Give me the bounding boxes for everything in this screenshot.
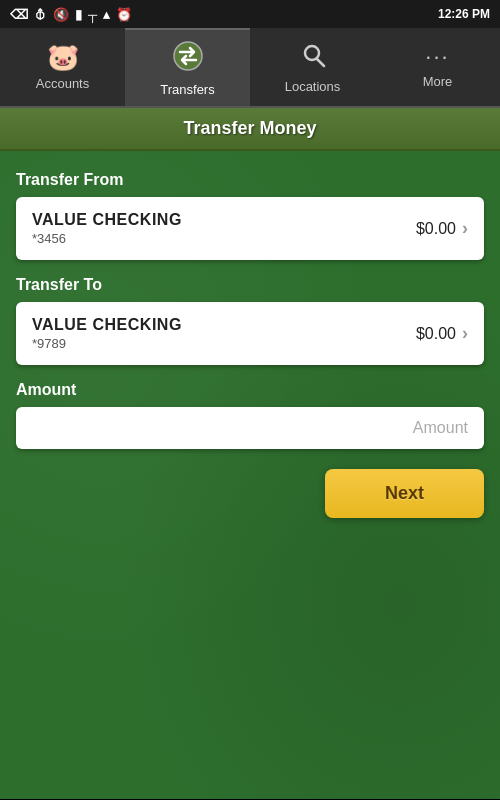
transfer-to-account-number: *9789 <box>32 336 182 351</box>
tab-transfers-label: Transfers <box>160 82 214 97</box>
bluetooth-icon: ⦽ <box>34 7 47 22</box>
time-display: 12:26 PM <box>438 7 490 21</box>
accounts-icon: 🐷 <box>47 44 79 70</box>
transfer-from-balance: $0.00 <box>416 220 456 238</box>
main-content: Transfer From VALUE CHECKING *3456 $0.00… <box>0 151 500 799</box>
status-bar: ⌫ ⦽ 🔇 ▮ ┬ ▴ ⏰ 12:26 PM <box>0 0 500 28</box>
transfer-to-label: Transfer To <box>16 276 484 294</box>
usb-icon: ⌫ <box>10 7 28 22</box>
wifi-icon: ┬ <box>88 7 97 22</box>
tab-more[interactable]: ··· More <box>375 28 500 106</box>
svg-point-0 <box>174 42 202 70</box>
transfer-from-label: Transfer From <box>16 171 484 189</box>
mute-icon: 🔇 <box>53 7 69 22</box>
transfer-from-info: VALUE CHECKING *3456 <box>32 211 182 246</box>
signal-icon: ▴ <box>103 7 110 22</box>
transfer-to-account-name: VALUE CHECKING <box>32 316 182 334</box>
next-button-container: Next <box>16 469 484 518</box>
more-icon: ··· <box>425 46 449 68</box>
tab-transfers[interactable]: Transfers <box>125 28 250 106</box>
tab-accounts[interactable]: 🐷 Accounts <box>0 28 125 106</box>
transfer-to-chevron-icon: › <box>462 323 468 344</box>
tab-locations-label: Locations <box>285 79 341 94</box>
transfer-from-account-name: VALUE CHECKING <box>32 211 182 229</box>
battery-icon: ▮ <box>75 7 82 22</box>
transfer-from-account-number: *3456 <box>32 231 182 246</box>
amount-input[interactable] <box>32 419 468 437</box>
amount-input-container <box>16 407 484 449</box>
transfer-to-card[interactable]: VALUE CHECKING *9789 $0.00 › <box>16 302 484 365</box>
transfer-from-card[interactable]: VALUE CHECKING *3456 $0.00 › <box>16 197 484 260</box>
page-title: Transfer Money <box>10 118 490 139</box>
locations-icon <box>299 41 327 73</box>
transfer-from-chevron-icon: › <box>462 218 468 239</box>
page-header: Transfer Money <box>0 108 500 151</box>
nav-tabs: 🐷 Accounts Transfers Locations ··· More <box>0 28 500 108</box>
tab-accounts-label: Accounts <box>36 76 89 91</box>
tab-locations[interactable]: Locations <box>250 28 375 106</box>
status-left-icons: ⌫ ⦽ 🔇 ▮ ┬ ▴ ⏰ <box>10 7 132 22</box>
tab-more-label: More <box>423 74 453 89</box>
svg-line-2 <box>317 59 324 66</box>
alarm-icon: ⏰ <box>116 7 132 22</box>
transfers-icon <box>172 40 204 76</box>
next-button[interactable]: Next <box>325 469 484 518</box>
transfer-from-right: $0.00 › <box>416 218 468 239</box>
transfer-to-info: VALUE CHECKING *9789 <box>32 316 182 351</box>
transfer-to-balance: $0.00 <box>416 325 456 343</box>
amount-label: Amount <box>16 381 484 399</box>
status-time: 12:26 PM <box>438 7 490 21</box>
transfer-to-right: $0.00 › <box>416 323 468 344</box>
